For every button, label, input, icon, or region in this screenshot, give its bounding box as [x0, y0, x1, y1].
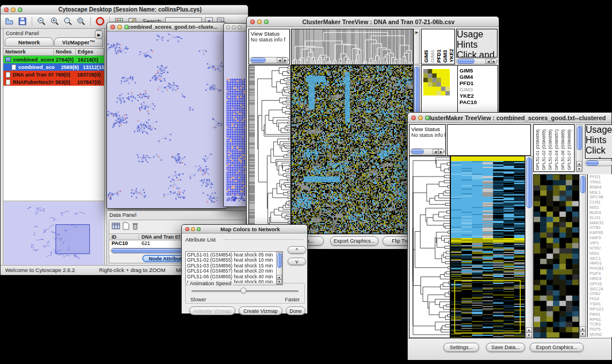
tv2-collabel-scrollbar[interactable]	[576, 124, 583, 172]
tv2-vscrollbar[interactable]	[525, 156, 533, 338]
move-up-button[interactable]: ^	[288, 246, 306, 254]
zoom-button[interactable]	[264, 20, 269, 24]
column-label[interactable]: GIM4	[430, 50, 435, 63]
view-status-scrollbar[interactable]	[250, 57, 289, 63]
column-label[interactable]: GPL51-07 (GSM868)	[567, 129, 572, 170]
column-label[interactable]: GPL51-03 (GSM856)	[548, 129, 553, 170]
minimize-button[interactable]	[191, 227, 195, 231]
column-edges[interactable]: Edges	[76, 49, 104, 55]
move-down-button[interactable]: v	[288, 258, 306, 265]
network-row[interactable]: RNAPuberNov2+ 563(0) 107847(0)	[3, 78, 104, 86]
delete-attribute-icon[interactable]	[132, 222, 139, 232]
network-overview-canvas[interactable]	[4, 202, 104, 265]
scroll-up-arrow-icon[interactable]	[526, 327, 532, 332]
gene-label[interactable]: PAC10	[460, 99, 477, 105]
column-label[interactable]: GPL51-01 (GSM854)	[535, 129, 541, 170]
column-label[interactable]: YKE2	[449, 49, 454, 63]
tv1-row-dendrogram-canvas[interactable]	[248, 65, 291, 234]
scroll-right-arrow-icon[interactable]	[282, 58, 288, 63]
close-button[interactable]	[4, 7, 9, 12]
zoom-selected-icon[interactable]	[76, 16, 86, 26]
column-label[interactable]: GIM5	[423, 50, 429, 63]
scroll-down-arrow-icon[interactable]	[576, 166, 582, 171]
tv1-usage-scrollbar[interactable]	[456, 58, 498, 64]
scroll-thumb[interactable]	[457, 59, 475, 64]
tv2-action-button[interactable]: Export Graphics...	[530, 343, 584, 352]
gene-label[interactable]: PFD1	[460, 80, 477, 86]
close-button[interactable]	[226, 25, 230, 29]
gene-label[interactable]: YKE2	[460, 93, 477, 99]
vscroll-thumb[interactable]	[277, 253, 282, 268]
scroll-right-arrow-icon[interactable]	[491, 59, 497, 64]
column-label[interactable]: GIM3	[442, 50, 448, 63]
scroll-left-arrow-icon[interactable]	[485, 59, 491, 64]
new-attribute-icon[interactable]	[123, 222, 129, 232]
tv2-usage-scrollbar[interactable]	[585, 160, 612, 166]
column-label[interactable]: GPL51-04 (GSM857)	[554, 129, 560, 170]
close-button[interactable]	[185, 227, 189, 231]
zoom-out-icon[interactable]	[36, 16, 47, 26]
scroll-down-arrow-icon[interactable]	[526, 332, 532, 338]
column-label[interactable]: GPL51-08 (GSM872)	[573, 129, 575, 170]
create-vizmap-button[interactable]: Create Vizmap	[239, 306, 282, 315]
tv2-zoom-heatmap-canvas[interactable]	[533, 174, 579, 338]
scroll-right-arrow-icon[interactable]	[414, 29, 419, 35]
minimize-button[interactable]	[257, 20, 262, 24]
column-nodes[interactable]: Nodes	[54, 49, 76, 55]
close-button[interactable]	[411, 116, 416, 120]
control-panel-tab[interactable]: Network	[5, 37, 53, 47]
zoom-button[interactable]	[238, 25, 242, 29]
scroll-up-arrow-icon[interactable]	[277, 275, 282, 279]
network-canvas[interactable]	[107, 32, 227, 208]
main-title-bar[interactable]: Cytoscape Desktop (Session Name: collins…	[1, 5, 248, 14]
scroll-left-arrow-icon[interactable]	[433, 149, 438, 154]
zoom-button[interactable]	[197, 227, 201, 231]
scroll-right-arrow-icon[interactable]	[438, 149, 444, 154]
close-button[interactable]	[110, 25, 115, 29]
zoom-in-icon[interactable]	[49, 16, 60, 26]
tv2-action-button[interactable]: Save Data...	[486, 343, 525, 352]
treeview2-title-bar[interactable]: ClusterMaker TreeView : combined_scores_…	[408, 113, 611, 123]
tv2-action-button[interactable]: Settings...	[443, 343, 479, 352]
zoom-fit-icon[interactable]	[63, 16, 73, 26]
zoom-button[interactable]	[18, 7, 22, 12]
gene-label[interactable]: MON2	[590, 332, 612, 338]
gene-label[interactable]: GIM5	[460, 67, 477, 74]
column-label[interactable]: PFD1	[436, 49, 442, 63]
tv1-column-dendrogram-canvas[interactable]	[291, 29, 414, 65]
column-label[interactable]: GPL51-02 (GSM855)	[541, 129, 547, 170]
zoom-button[interactable]	[425, 116, 430, 120]
network-row[interactable]: combined_scores_ 2764(0) 16218(0)	[3, 56, 104, 63]
vscroll-thumb[interactable]	[577, 126, 582, 150]
minimize-button[interactable]	[418, 116, 423, 120]
network-view-title-bar[interactable]: combined_scores_good.txt--cluste...	[107, 22, 227, 32]
network-row[interactable]: combined_sco 2569(6) 13112(15)	[3, 63, 104, 71]
select-attributes-icon[interactable]	[112, 222, 120, 232]
scroll-thumb[interactable]	[411, 149, 424, 154]
column-label[interactable]: GPL51-06 (GSM865)	[560, 129, 566, 170]
scroll-left-arrow-icon[interactable]	[277, 58, 282, 63]
dense-network-canvas[interactable]	[224, 32, 248, 206]
tv1-heatmap-canvas[interactable]	[291, 65, 414, 234]
tv2-column-dendrogram-panel[interactable]	[447, 124, 531, 156]
tab-overflow-arrow[interactable]: ▶	[95, 30, 103, 39]
network-row[interactable]: DNA and Tran 07 769(0) 183728(0)	[3, 71, 104, 78]
column-id[interactable]: ID	[109, 234, 139, 240]
scroll-thumb[interactable]	[586, 160, 599, 166]
dialog-title-bar[interactable]: Map Colors to Network	[182, 225, 307, 233]
minimize-button[interactable]	[117, 25, 122, 29]
tv2-heatmap-canvas[interactable]	[450, 156, 525, 338]
done-button[interactable]: Done	[286, 306, 305, 315]
view-status-scrollbar[interactable]	[410, 148, 445, 155]
vscroll-thumb[interactable]	[580, 176, 586, 193]
tv2-row-dendrogram-canvas[interactable]	[409, 156, 450, 338]
tv2-zoom-scrollbar[interactable]	[579, 174, 586, 337]
tv1-action-button[interactable]: Export Graphics...	[330, 236, 378, 246]
background-window-title-bar[interactable]	[224, 24, 248, 32]
tv1-top-scroll-strip[interactable]	[414, 29, 420, 64]
scroll-up-arrow-icon[interactable]	[580, 326, 586, 331]
scroll-thumb[interactable]	[251, 58, 266, 63]
attribute-list-scrollbar[interactable]	[276, 252, 282, 285]
scroll-up-arrow-icon[interactable]	[576, 161, 582, 166]
help-lifering-icon[interactable]	[95, 16, 105, 26]
